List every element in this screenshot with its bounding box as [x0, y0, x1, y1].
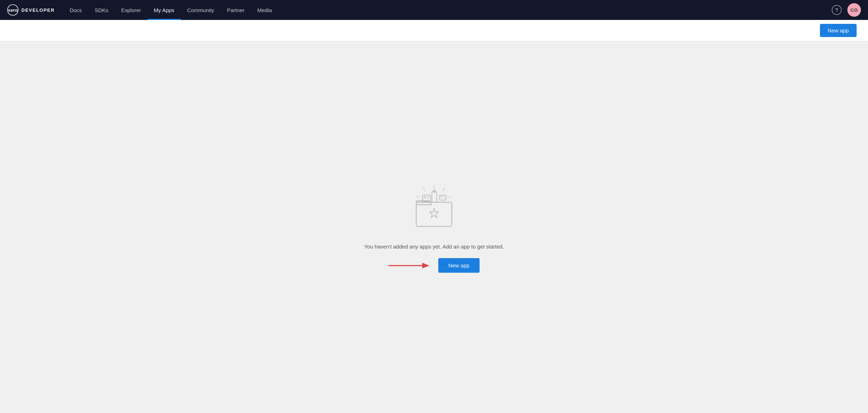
navbar: xero DEVELOPER Docs SDKs Explorer My App…	[0, 0, 868, 20]
svg-marker-18	[429, 208, 439, 218]
svg-rect-16	[443, 198, 445, 199]
nav-link-explorer[interactable]: Explorer	[115, 0, 147, 20]
empty-state-illustration	[406, 182, 462, 235]
svg-rect-11	[432, 192, 437, 202]
nav-links: Docs SDKs Explorer My Apps Community Par…	[63, 0, 832, 20]
subheader: New app	[0, 20, 868, 41]
nav-link-community[interactable]: Community	[181, 0, 221, 20]
svg-point-14	[441, 196, 442, 198]
nav-link-partner[interactable]: Partner	[220, 0, 251, 20]
svg-line-4	[416, 196, 419, 198]
help-button[interactable]: ?	[832, 5, 842, 15]
nav-link-media[interactable]: Media	[251, 0, 278, 20]
svg-text:xero: xero	[8, 7, 18, 13]
svg-rect-15	[443, 197, 445, 197]
new-app-center-button[interactable]: New app	[438, 258, 479, 273]
nav-link-sdks[interactable]: SDKs	[88, 0, 115, 20]
svg-marker-20	[422, 263, 429, 268]
brand-text: DEVELOPER	[21, 7, 55, 13]
user-avatar[interactable]: CO	[847, 3, 861, 17]
new-app-area: New app	[388, 258, 479, 273]
empty-state: You haven't added any apps yet. Add an a…	[364, 182, 504, 273]
new-app-top-button[interactable]: New app	[820, 24, 857, 37]
nav-link-docs[interactable]: Docs	[63, 0, 88, 20]
svg-rect-9	[427, 197, 429, 197]
nav-link-my-apps[interactable]: My Apps	[147, 0, 181, 20]
main-content: You haven't added any apps yet. Add an a…	[0, 41, 868, 413]
svg-rect-17	[416, 202, 452, 226]
svg-line-6	[449, 196, 452, 198]
svg-rect-10	[427, 198, 429, 199]
svg-rect-8	[424, 197, 426, 198]
svg-line-3	[423, 188, 425, 191]
xero-logo-icon: xero	[7, 4, 19, 16]
nav-right: ? CO	[832, 3, 861, 17]
svg-line-5	[443, 188, 445, 191]
empty-state-text: You haven't added any apps yet. Add an a…	[364, 244, 504, 250]
svg-rect-13	[440, 195, 446, 200]
brand-logo[interactable]: xero DEVELOPER	[7, 4, 55, 16]
arrow-icon	[388, 258, 431, 273]
